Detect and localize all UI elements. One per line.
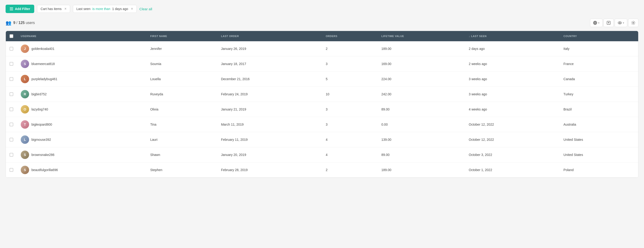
- svg-point-8: [619, 22, 620, 24]
- row-checkbox-cell: [6, 162, 17, 178]
- eye-chevron-icon: ▾: [623, 22, 624, 25]
- orders-cell: 4: [322, 147, 378, 162]
- first-name-cell: Olivia: [146, 102, 217, 117]
- orders-cell: 4: [322, 132, 378, 147]
- avatar: L: [21, 75, 29, 83]
- add-filter-label: Add Filter: [15, 7, 30, 11]
- row-checkbox-cell: [6, 56, 17, 72]
- country-cell: United States: [560, 147, 638, 162]
- last-order-cell: February 11, 2019: [217, 132, 322, 147]
- table-row[interactable]: S beautifulgorilla696 StephenFebruary 28…: [6, 162, 638, 178]
- username-text: bluemeercat818: [32, 62, 55, 66]
- last-seen-cell: October 12, 2022: [465, 132, 560, 147]
- username-text: bigleopard800: [32, 123, 52, 126]
- chip2-prefix: Last seen: [76, 7, 90, 11]
- last-seen-cell: 4 weeks ago: [465, 102, 560, 117]
- table-row[interactable]: L bigmouse392 LauriFebruary 11, 20194139…: [6, 132, 638, 147]
- username-text: bigbird752: [32, 92, 46, 96]
- orders-cell: 10: [322, 87, 378, 102]
- first-name-cell: Jennifer: [146, 41, 217, 56]
- username-cell: J goldenkoala401: [17, 41, 146, 56]
- last-seen-cell: October 3, 2022: [465, 147, 560, 162]
- col-username: USERNAME: [17, 31, 146, 41]
- users-table-container: USERNAME FIRST NAME LAST ORDER ORDERS LI…: [6, 31, 638, 178]
- user-count-row: 👥 9 / 125 users ▾: [6, 19, 638, 27]
- last-seen-cell: 3 weeks ago: [465, 87, 560, 102]
- add-filter-button[interactable]: Add Filter: [6, 5, 34, 13]
- last-order-cell: January 26, 2019: [217, 41, 322, 56]
- chip1-close-button[interactable]: ×: [64, 7, 66, 11]
- lifetime-value-cell: 224.00: [378, 72, 465, 87]
- select-all-checkbox[interactable]: [10, 34, 13, 38]
- users-table: USERNAME FIRST NAME LAST ORDER ORDERS LI…: [6, 31, 638, 178]
- row-checkbox[interactable]: [10, 168, 13, 172]
- username-cell: S beautifulgorilla696: [17, 162, 146, 178]
- row-checkbox[interactable]: [10, 77, 13, 81]
- count-separator: /: [16, 21, 18, 25]
- col-lifetime-value: LIFETIME VALUE: [378, 31, 465, 41]
- row-checkbox[interactable]: [10, 92, 13, 96]
- col-last-order: LAST ORDER: [217, 31, 322, 41]
- avatar: R: [21, 90, 29, 98]
- table-row[interactable]: S bluemeercat818 SoumiaJanuary 18, 20173…: [6, 56, 638, 72]
- export-icon: [606, 21, 611, 25]
- last-order-cell: December 21, 2016: [217, 72, 322, 87]
- avatar: T: [21, 120, 29, 129]
- country-cell: Brazil: [560, 102, 638, 117]
- row-checkbox[interactable]: [10, 153, 13, 157]
- globe-chevron-icon: ▾: [598, 22, 600, 25]
- lifetime-value-cell: 139.00: [378, 132, 465, 147]
- export-button[interactable]: [604, 19, 614, 27]
- lifetime-value-cell: 242.00: [378, 87, 465, 102]
- last-order-cell: February 24, 2019: [217, 87, 322, 102]
- svg-point-9: [633, 22, 634, 24]
- row-checkbox[interactable]: [10, 47, 13, 51]
- table-body: J goldenkoala401 JenniferJanuary 26, 201…: [6, 41, 638, 178]
- table-row[interactable]: T bigleopard800 TinaMarch 11, 201930.00O…: [6, 117, 638, 132]
- avatar: S: [21, 151, 29, 159]
- username-text: purpleladybug461: [32, 77, 57, 81]
- table-row[interactable]: O lazydog740 OliviaJanuary 21, 2019389.0…: [6, 102, 638, 117]
- row-checkbox[interactable]: [10, 107, 13, 111]
- avatar: J: [21, 45, 29, 53]
- col-first-name: FIRST NAME: [146, 31, 217, 41]
- sort-indicator: ↓: [469, 35, 470, 38]
- orders-cell: 3: [322, 102, 378, 117]
- chip2-close-button[interactable]: ×: [131, 7, 133, 11]
- table-row[interactable]: S brownsnake286 ShawnJanuary 20, 2019489…: [6, 147, 638, 162]
- chip2-suffix: 1 days ago: [112, 7, 128, 11]
- lifetime-value-cell: 189.00: [378, 41, 465, 56]
- table-row[interactable]: R bigbird752 RuveydaFebruary 24, 2019102…: [6, 87, 638, 102]
- last-order-cell: January 18, 2017: [217, 56, 322, 72]
- last-order-cell: January 20, 2019: [217, 147, 322, 162]
- table-row[interactable]: L purpleladybug461 LouellaDecember 21, 2…: [6, 72, 638, 87]
- settings-button[interactable]: [628, 19, 638, 27]
- checkbox-header-col: [6, 31, 17, 41]
- table-row[interactable]: J goldenkoala401 JenniferJanuary 26, 201…: [6, 41, 638, 56]
- filter-chip-last-seen: Last seen is more than 1 days ago ×: [73, 5, 137, 13]
- first-name-cell: Louella: [146, 72, 217, 87]
- username-cell: S bluemeercat818: [17, 56, 146, 72]
- first-name-cell: Ruveyda: [146, 87, 217, 102]
- clear-all-button[interactable]: Clear all: [140, 7, 152, 11]
- row-checkbox[interactable]: [10, 123, 13, 126]
- country-cell: Poland: [560, 162, 638, 178]
- chip1-text: Cart has items: [40, 7, 62, 11]
- first-name-cell: Lauri: [146, 132, 217, 147]
- user-count: 👥 9 / 125 users: [6, 20, 35, 26]
- settings-icon: [631, 21, 636, 25]
- row-checkbox[interactable]: [10, 62, 13, 66]
- svg-point-7: [618, 22, 622, 24]
- col-last-seen[interactable]: ↓LAST SEEN: [465, 31, 560, 41]
- username-cell: O lazydog740: [17, 102, 146, 117]
- username-text: goldenkoala401: [32, 47, 54, 51]
- row-checkbox[interactable]: [10, 138, 13, 141]
- row-checkbox-cell: [6, 41, 17, 56]
- eye-button[interactable]: ▾: [615, 19, 627, 27]
- globe-button[interactable]: ▾: [590, 19, 602, 27]
- toolbar-icons: ▾ ▾: [590, 19, 638, 27]
- username-text: beautifulgorilla696: [32, 168, 58, 172]
- country-cell: United States: [560, 132, 638, 147]
- avatar: L: [21, 135, 29, 144]
- last-order-cell: March 11, 2019: [217, 117, 322, 132]
